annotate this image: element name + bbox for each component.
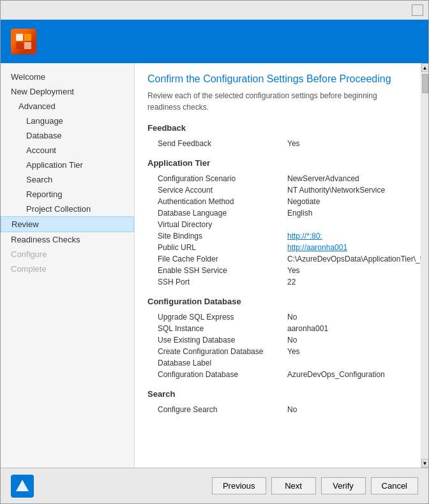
config-value: Yes — [287, 139, 408, 148]
config-label: File Cache Folder — [158, 255, 282, 263]
config-label: Configure Search — [158, 405, 282, 414]
svg-rect-2 — [16, 42, 23, 49]
config-row: Site Bindingshttp://*:80: — [147, 230, 408, 242]
config-label: Configuration Database — [158, 370, 282, 379]
config-row: Authentication MethodNegotiate — [147, 196, 408, 207]
config-value: http://*:80: — [287, 232, 408, 241]
config-value: NewServerAdvanced — [287, 174, 408, 183]
config-row: Upgrade SQL ExpressNo — [147, 311, 408, 323]
sidebar-item-readiness-checks[interactable]: Readiness Checks — [1, 232, 134, 247]
config-row: Configuration DatabaseAzureDevOps_Config… — [147, 369, 408, 380]
config-label: Site Bindings — [158, 232, 282, 241]
config-row: Enable SSH ServiceYes — [147, 265, 408, 276]
sidebar-item-review[interactable]: Review — [1, 216, 134, 232]
config-link[interactable]: http://*:80: — [287, 232, 322, 241]
config-row: Use Existing DatabaseNo — [147, 334, 408, 346]
sidebar-item-application-tier[interactable]: Application Tier — [1, 158, 134, 172]
config-value: http://aaronha001 — [287, 243, 408, 252]
config-row: Create Configuration DatabaseYes — [147, 346, 408, 357]
svg-rect-3 — [24, 42, 31, 49]
config-value: NT Authority\NetworkService — [287, 186, 408, 195]
config-value: English — [287, 209, 408, 218]
config-label: SQL Instance — [158, 324, 282, 333]
header — [1, 20, 428, 63]
config-row: Database Label — [147, 357, 408, 369]
previous-button[interactable]: Previous — [212, 477, 266, 494]
config-label: Service Account — [158, 186, 282, 195]
section-header-feedback: Feedback — [147, 123, 408, 133]
footer-buttons: PreviousNextVerifyCancel — [212, 477, 418, 494]
config-row: File Cache FolderC:\AzureDevOpsData\Appl… — [147, 253, 408, 265]
config-row: Service AccountNT Authority\NetworkServi… — [147, 184, 408, 196]
sidebar-item-welcome[interactable]: Welcome — [1, 70, 134, 84]
svg-marker-4 — [16, 480, 29, 491]
config-value: AzureDevOps_Configuration — [287, 370, 408, 379]
scroll-down[interactable]: ▼ — [421, 459, 429, 468]
footer-logo-icon — [11, 475, 34, 498]
next-button[interactable]: Next — [271, 477, 316, 494]
footer: PreviousNextVerifyCancel — [1, 468, 428, 503]
config-row: Public URLhttp://aaronha001 — [147, 242, 408, 253]
sidebar-item-search[interactable]: Search — [1, 172, 134, 187]
sidebar-item-advanced[interactable]: Advanced — [1, 99, 134, 114]
config-label: Create Configuration Database — [158, 347, 282, 356]
config-value — [287, 220, 408, 229]
config-value: No — [287, 313, 408, 322]
config-row: Configuration ScenarioNewServerAdvanced — [147, 173, 408, 184]
content-area: WelcomeNew DeploymentAdvancedLanguageDat… — [1, 63, 428, 468]
header-icon — [11, 29, 36, 54]
scroll-up[interactable]: ▲ — [421, 63, 429, 72]
sidebar-item-reporting[interactable]: Reporting — [1, 187, 134, 202]
config-row: Virtual Directory — [147, 219, 408, 230]
config-value: No — [287, 336, 408, 345]
sidebar-item-configure: Configure — [1, 247, 134, 262]
footer-brand-area — [11, 475, 40, 498]
sidebar-item-language[interactable]: Language — [1, 114, 134, 128]
config-label: Database Label — [158, 359, 282, 367]
sidebar-item-new-deployment[interactable]: New Deployment — [1, 84, 134, 99]
main-content: Confirm the Configuration Settings Befor… — [135, 63, 421, 468]
config-value: aaronha001 — [287, 324, 408, 333]
config-label: Authentication Method — [158, 197, 282, 206]
config-label: Database Language — [158, 209, 282, 218]
config-row: Configure SearchNo — [147, 404, 408, 415]
config-value — [287, 359, 408, 367]
section-header-search: Search — [147, 389, 408, 399]
config-link[interactable]: http://aaronha001 — [287, 243, 347, 252]
scroll-track[interactable] — [422, 73, 428, 458]
config-row: Send FeedbackYes — [147, 138, 408, 149]
config-value: Negotiate — [287, 197, 408, 206]
config-label: Configuration Scenario — [158, 174, 282, 183]
main-subtitle: Review each of the selected configuratio… — [147, 90, 408, 113]
scrollbar: ▲ ▼ — [421, 63, 428, 468]
config-row: SSH Port22 — [147, 276, 408, 288]
config-value: C:\AzureDevOpsData\ApplicationTier\_file… — [287, 255, 421, 263]
cancel-button[interactable]: Cancel — [371, 477, 418, 494]
config-label: SSH Port — [158, 278, 282, 286]
sidebar-item-complete: Complete — [1, 262, 134, 276]
config-value: Yes — [287, 266, 408, 275]
config-row: SQL Instanceaaronha001 — [147, 323, 408, 334]
verify-button[interactable]: Verify — [321, 477, 366, 494]
config-label: Upgrade SQL Express — [158, 313, 282, 322]
sidebar: WelcomeNew DeploymentAdvancedLanguageDat… — [1, 63, 135, 468]
main-window: WelcomeNew DeploymentAdvancedLanguageDat… — [0, 0, 429, 504]
scroll-thumb[interactable] — [422, 74, 428, 93]
close-button[interactable] — [412, 4, 423, 16]
sidebar-item-project-collection[interactable]: Project Collection — [1, 202, 134, 216]
main-title: Confirm the Configuration Settings Befor… — [147, 73, 408, 85]
sidebar-item-database[interactable]: Database — [1, 128, 134, 143]
svg-rect-0 — [16, 34, 23, 41]
sidebar-item-account[interactable]: Account — [1, 143, 134, 158]
section-header-configuration-database: Configuration Database — [147, 297, 408, 306]
config-label: Enable SSH Service — [158, 266, 282, 275]
config-label: Use Existing Database — [158, 336, 282, 345]
config-label: Public URL — [158, 243, 282, 252]
config-value: No — [287, 405, 408, 414]
config-row: Database LanguageEnglish — [147, 207, 408, 219]
section-header-application-tier: Application Tier — [147, 158, 408, 168]
config-label: Virtual Directory — [158, 220, 282, 229]
config-value: Yes — [287, 347, 408, 356]
config-label: Send Feedback — [158, 139, 282, 148]
svg-rect-1 — [24, 34, 31, 41]
